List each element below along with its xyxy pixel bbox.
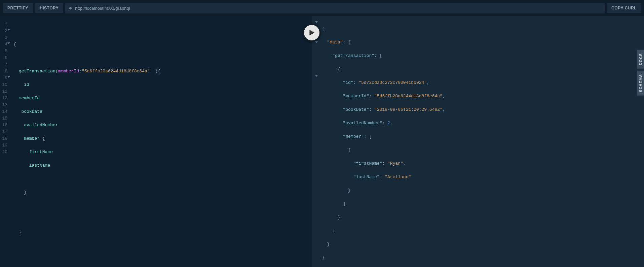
line-number: 14 xyxy=(0,108,7,115)
history-button[interactable]: HISTORY xyxy=(35,3,63,13)
line-number: 2 xyxy=(0,28,7,34)
main-area: 1 2 3 4 5 6 7 8 9 10 11 12 13 14 15 16 1… xyxy=(0,16,644,267)
run-query-button[interactable] xyxy=(303,24,321,42)
line-number: 11 xyxy=(0,88,7,95)
line-number: 4 xyxy=(0,41,7,48)
line-gutter: 1 2 3 4 5 6 7 8 9 10 11 12 13 14 15 16 1… xyxy=(0,21,9,267)
line-number: 16 xyxy=(0,122,7,129)
line-number: 3 xyxy=(0,34,7,41)
url-bar xyxy=(65,3,605,13)
play-icon xyxy=(308,29,315,37)
line-number: 18 xyxy=(0,135,7,142)
fold-toggle-icon[interactable] xyxy=(7,29,10,31)
endpoint-url-input[interactable] xyxy=(75,6,601,11)
line-number: 1 xyxy=(0,21,7,28)
line-number: 5 xyxy=(0,48,7,55)
line-number: 9 xyxy=(0,75,7,81)
toolbar: PRETTIFY HISTORY COPY CURL xyxy=(0,0,644,16)
fold-toggle-icon[interactable] xyxy=(7,76,10,78)
line-number: 7 xyxy=(0,61,7,68)
query-editor[interactable]: 1 2 3 4 5 6 7 8 9 10 11 12 13 14 15 16 1… xyxy=(0,16,312,267)
line-number: 12 xyxy=(0,95,7,102)
line-number: 13 xyxy=(0,102,7,108)
line-number: 20 xyxy=(0,149,7,156)
fold-toggle-icon[interactable] xyxy=(7,42,10,44)
docs-tab[interactable]: DOCS xyxy=(637,50,644,69)
side-tabs: DOCS SCHEMA xyxy=(637,50,644,95)
prettify-button[interactable]: PRETTIFY xyxy=(3,3,33,13)
fold-toggle-icon[interactable] xyxy=(315,73,320,79)
svg-marker-0 xyxy=(309,30,314,36)
copy-curl-button[interactable]: COPY CURL xyxy=(607,3,641,13)
query-code[interactable]: { getTransaction(memberId:"5d6ffb20a6244… xyxy=(9,21,312,267)
line-number: 15 xyxy=(0,115,7,122)
schema-tab[interactable]: SCHEMA xyxy=(637,71,644,96)
line-number: 19 xyxy=(0,142,7,149)
line-number: 10 xyxy=(0,81,7,88)
endpoint-status-dot-icon xyxy=(69,7,72,9)
line-number: 6 xyxy=(0,55,7,61)
line-number: 8 xyxy=(0,68,7,75)
result-viewer[interactable]: { "data": { "getTransaction": [ { "id": … xyxy=(312,16,644,267)
line-number: 17 xyxy=(0,129,7,135)
result-json: { "data": { "getTransaction": [ { "id": … xyxy=(322,19,445,267)
